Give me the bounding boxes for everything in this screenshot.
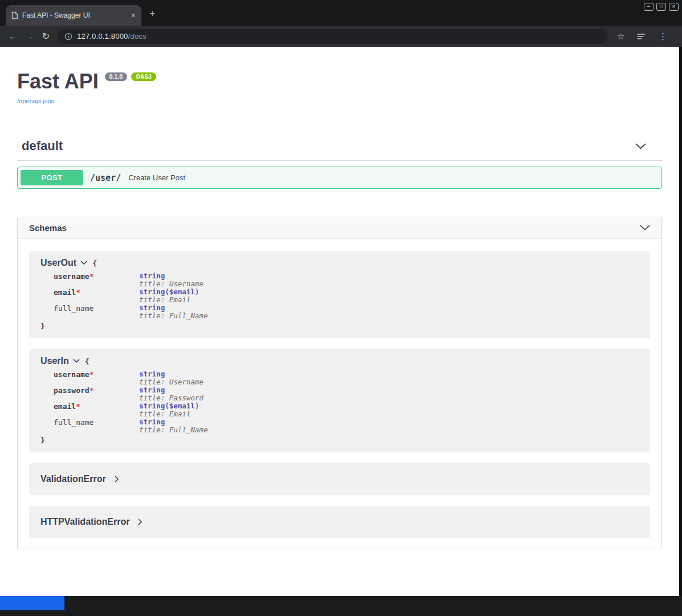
model-properties-table: username* string title: Username passwor… — [54, 370, 208, 434]
tag-title: default — [22, 139, 63, 153]
schema-property-row: full_name string title: Full_Name — [54, 304, 208, 320]
endpoint-summary: Create User Post — [128, 173, 185, 182]
property-name: full_name — [54, 304, 139, 320]
taskbar — [0, 596, 682, 616]
url-text: 127.0.0.1:8000/docs — [77, 32, 147, 40]
schema-property-row: full_name string title: Full_Name — [54, 418, 208, 434]
schema-property-row: email* string($email) title: Email — [54, 402, 208, 418]
endpoint-path: /user/ — [90, 173, 121, 183]
browser-window: Fast API - Swagger UI × + − □ × ← → ↻ 12… — [0, 0, 682, 616]
toolbar-lines-icon[interactable] — [636, 33, 646, 40]
schemas-section: Schemas UserOut { username* string title… — [17, 217, 662, 549]
schema-model-userin: UserIn { username* string title: Usernam… — [29, 349, 650, 452]
open-brace: { — [85, 357, 90, 366]
required-star: * — [90, 272, 94, 281]
url-path: /docs — [128, 32, 147, 40]
browser-menu-icon[interactable]: ⋮ — [658, 31, 667, 42]
model-title[interactable]: UserIn — [40, 356, 69, 366]
schemas-title: Schemas — [29, 223, 67, 233]
property-name: password* — [54, 386, 139, 402]
model-title[interactable]: UserOut — [40, 258, 76, 268]
property-name: email* — [54, 402, 139, 418]
page-title: Fast API 0.1.0 OAS3 — [17, 70, 662, 94]
required-star: * — [76, 288, 80, 297]
property-type: string — [139, 370, 208, 378]
schema-property-row: email* string($email) title: Email — [54, 288, 208, 304]
chevron-down-icon[interactable] — [80, 261, 87, 265]
required-star: * — [76, 402, 80, 411]
bookmark-star-icon[interactable]: ☆ — [617, 31, 624, 42]
oas3-badge: OAS3 — [131, 72, 156, 81]
property-description: string($email) title: Email — [139, 288, 208, 304]
property-type: string — [139, 272, 208, 280]
property-type: string($email) — [139, 288, 208, 296]
model-title[interactable]: ValidationError — [40, 474, 106, 484]
required-star: * — [90, 370, 94, 379]
address-bar[interactable]: 127.0.0.1:8000/docs — [58, 29, 608, 44]
property-title: title: Full_Name — [139, 312, 208, 320]
property-title: title: Email — [139, 296, 208, 304]
property-description: string title: Full_Name — [139, 304, 208, 320]
tag-section-default[interactable]: default — [17, 135, 662, 161]
maximize-button[interactable]: □ — [656, 3, 666, 11]
model-title-row: UserIn { — [40, 356, 639, 366]
minimize-button[interactable]: − — [644, 3, 653, 11]
chevron-down-icon[interactable] — [73, 359, 80, 363]
browser-tab[interactable]: Fast API - Swagger UI × — [6, 5, 141, 26]
taskbar-item-highlight[interactable] — [0, 596, 64, 610]
chevron-down-icon[interactable] — [635, 143, 646, 149]
close-brace: } — [40, 322, 639, 330]
chevron-right-icon[interactable] — [115, 476, 119, 483]
new-tab-button[interactable]: + — [149, 9, 156, 19]
version-badge: 0.1.0 — [105, 72, 127, 81]
api-title-text: Fast API — [17, 70, 99, 94]
api-info: Fast API 0.1.0 OAS3 /openapi.json — [0, 47, 679, 106]
property-description: string title: Full_Name — [139, 418, 208, 434]
page-favicon-icon — [11, 11, 18, 19]
toolbar-right: ☆ ⋮ — [617, 31, 667, 42]
reload-icon[interactable]: ↻ — [38, 28, 54, 44]
property-description: string title: Username — [139, 370, 208, 386]
chevron-down-icon[interactable] — [640, 225, 650, 231]
property-description: string title: Password — [139, 386, 208, 402]
model-title[interactable]: HTTPValidationError — [40, 517, 129, 527]
property-title: title: Full_Name — [139, 426, 208, 434]
window-controls: − □ × — [644, 3, 679, 11]
property-title: title: Username — [139, 378, 208, 386]
schema-model-validationerror: ValidationError — [29, 463, 650, 495]
chevron-right-icon[interactable] — [138, 518, 143, 525]
titlebar: Fast API - Swagger UI × + − □ × — [0, 0, 682, 26]
forward-icon[interactable]: → — [21, 28, 38, 44]
http-method-badge: POST — [21, 170, 83, 185]
model-title-row: ValidationError — [40, 474, 639, 484]
property-name: full_name — [54, 418, 139, 434]
property-title: title: Email — [139, 410, 208, 418]
schema-property-row: password* string title: Password — [54, 386, 208, 402]
required-star: * — [90, 386, 94, 395]
opblock-summary[interactable]: POST /user/ Create User Post — [18, 167, 661, 188]
property-type: string — [139, 304, 208, 312]
openapi-spec-link[interactable]: /openapi.json — [17, 98, 54, 104]
model-properties-table: username* string title: Username email* … — [54, 272, 208, 320]
property-type: string($email) — [139, 402, 208, 410]
model-title-row: UserOut { — [40, 258, 639, 268]
close-button[interactable]: × — [669, 3, 679, 11]
swagger-page: Fast API 0.1.0 OAS3 /openapi.json defaul… — [0, 47, 679, 596]
opblock-post-user: POST /user/ Create User Post — [17, 167, 662, 189]
property-name: username* — [54, 370, 139, 386]
schema-model-httpvalidationerror: HTTPValidationError — [29, 506, 650, 538]
tab-title: Fast API - Swagger UI — [22, 11, 127, 19]
schema-model-userout: UserOut { username* string title: Userna… — [29, 251, 650, 338]
schema-property-row: username* string title: Username — [54, 370, 208, 386]
property-description: string title: Username — [139, 272, 208, 288]
model-title-row: HTTPValidationError — [40, 517, 639, 527]
property-title: title: Password — [139, 394, 208, 402]
property-description: string($email) title: Email — [139, 402, 208, 418]
tab-close-icon[interactable]: × — [131, 11, 136, 19]
browser-toolbar: ← → ↻ 127.0.0.1:8000/docs ☆ ⋮ — [0, 26, 682, 47]
schemas-header[interactable]: Schemas — [18, 217, 661, 239]
back-icon[interactable]: ← — [5, 28, 21, 44]
property-type: string — [139, 386, 208, 394]
site-info-icon[interactable] — [64, 33, 72, 40]
schema-property-row: username* string title: Username — [54, 272, 208, 288]
